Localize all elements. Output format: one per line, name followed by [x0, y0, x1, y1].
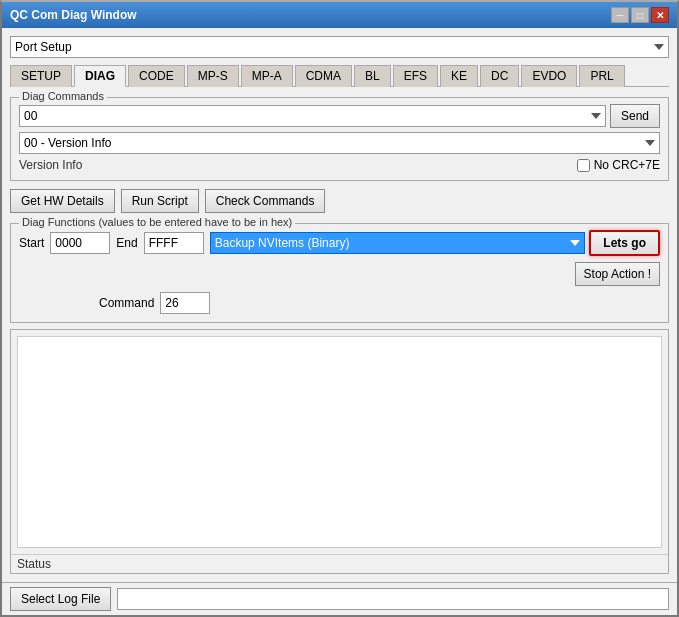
window-title: QC Com Diag Window	[10, 8, 137, 22]
tab-mp-a[interactable]: MP-A	[241, 65, 293, 87]
diag-functions-label: Diag Functions (values to be entered hav…	[19, 216, 295, 228]
port-setup-row: Port Setup	[10, 36, 669, 58]
diag-combo2[interactable]: 00 - Version Info	[19, 132, 660, 154]
tab-evdo[interactable]: EVDO	[521, 65, 577, 87]
status-label: Status	[11, 554, 668, 573]
version-row: Version Info No CRC+7E	[19, 158, 660, 172]
diag-func-combo[interactable]: Backup NVItems (Binary)	[210, 232, 586, 254]
stop-action-button[interactable]: Stop Action !	[575, 262, 660, 286]
log-area[interactable]	[17, 336, 662, 548]
title-bar: QC Com Diag Window ─ □ ✕	[2, 2, 677, 28]
tab-mp-s[interactable]: MP-S	[187, 65, 239, 87]
send-button[interactable]: Send	[610, 104, 660, 128]
log-area-outer: Status	[10, 329, 669, 574]
maximize-button[interactable]: □	[631, 7, 649, 23]
minimize-button[interactable]: ─	[611, 7, 629, 23]
tab-code[interactable]: CODE	[128, 65, 185, 87]
tab-cdma[interactable]: CDMA	[295, 65, 352, 87]
select-log-file-button[interactable]: Select Log File	[10, 587, 111, 611]
run-script-button[interactable]: Run Script	[121, 189, 199, 213]
tab-diag[interactable]: DIAG	[74, 65, 126, 87]
action-buttons-row: Get HW Details Run Script Check Commands	[10, 189, 669, 213]
main-window: QC Com Diag Window ─ □ ✕ Port Setup SETU…	[0, 0, 679, 617]
close-button[interactable]: ✕	[651, 7, 669, 23]
no-crc-label: No CRC+7E	[594, 158, 660, 172]
diag-functions-group: Diag Functions (values to be entered hav…	[10, 223, 669, 323]
tab-ke[interactable]: KE	[440, 65, 478, 87]
diag-commands-group: Diag Commands 00 Send 00 - Version Info …	[10, 97, 669, 181]
diag-combo2-row: 00 - Version Info	[19, 132, 660, 154]
version-info-label: Version Info	[19, 158, 82, 172]
tab-bl[interactable]: BL	[354, 65, 391, 87]
start-label: Start	[19, 236, 44, 250]
window-content: Port Setup SETUP DIAG CODE MP-S MP-A CDM…	[2, 28, 677, 582]
tab-efs[interactable]: EFS	[393, 65, 438, 87]
tab-setup[interactable]: SETUP	[10, 65, 72, 87]
command-label: Command	[99, 296, 154, 310]
diag-commands-label: Diag Commands	[19, 90, 107, 102]
end-label: End	[116, 236, 137, 250]
port-setup-select[interactable]: Port Setup	[10, 36, 669, 58]
diag-func-row1: Start End Backup NVItems (Binary) Lets g…	[19, 230, 660, 256]
tab-prl[interactable]: PRL	[579, 65, 624, 87]
tab-dc[interactable]: DC	[480, 65, 519, 87]
tabs-row: SETUP DIAG CODE MP-S MP-A CDMA BL EFS KE…	[10, 64, 669, 87]
command-input[interactable]	[160, 292, 210, 314]
start-input[interactable]	[50, 232, 110, 254]
log-file-input[interactable]	[117, 588, 669, 610]
diag-combo1[interactable]: 00	[19, 105, 606, 127]
title-controls: ─ □ ✕	[611, 7, 669, 23]
bottom-bar: Select Log File	[2, 582, 677, 615]
command-row: Command	[19, 292, 660, 314]
diag-combo1-row: 00 Send	[19, 104, 660, 128]
no-crc-checkbox[interactable]	[577, 159, 590, 172]
lets-go-button[interactable]: Lets go	[589, 230, 660, 256]
end-input[interactable]	[144, 232, 204, 254]
get-hw-details-button[interactable]: Get HW Details	[10, 189, 115, 213]
no-crc-row: No CRC+7E	[577, 158, 660, 172]
check-commands-button[interactable]: Check Commands	[205, 189, 326, 213]
func-combo-row: Backup NVItems (Binary) Lets go	[210, 230, 660, 256]
